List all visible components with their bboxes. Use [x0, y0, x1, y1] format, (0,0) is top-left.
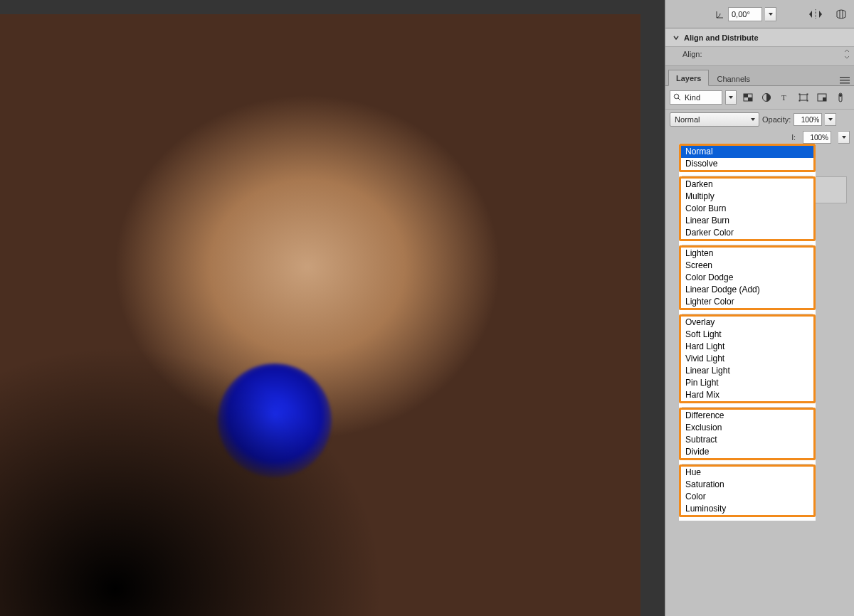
- blend-mode-option[interactable]: Divide: [681, 446, 813, 458]
- svg-line-7: [678, 98, 680, 100]
- blend-mode-option[interactable]: Hard Light: [681, 341, 813, 353]
- options-bar: 0,00°: [665, 0, 854, 28]
- svg-rect-15: [807, 94, 808, 95]
- svg-rect-3: [840, 77, 850, 78]
- document-image[interactable]: [0, 14, 640, 616]
- layer-filter-row: Kind T: [665, 86, 854, 110]
- svg-point-21: [839, 94, 842, 97]
- blend-mode-group: DifferenceExclusionSubtractDivide: [679, 408, 816, 460]
- rotation-angle-field[interactable]: 0,00°: [728, 7, 762, 21]
- blend-opacity-row: Normal Opacity: 100%: [665, 110, 854, 129]
- blend-mode-option[interactable]: Screen: [681, 260, 813, 272]
- blend-mode-value: Normal: [675, 115, 700, 124]
- options-bar-right-icons: [808, 7, 848, 21]
- blend-mode-group: HueSaturationColorLuminosity: [679, 464, 816, 517]
- blend-mode-option[interactable]: Pin Light: [681, 377, 813, 389]
- opacity-field[interactable]: 100%: [794, 113, 822, 126]
- blend-mode-option[interactable]: Dissolve: [681, 158, 813, 170]
- blend-mode-option[interactable]: Hue: [681, 467, 813, 479]
- chevron-down-icon: [750, 115, 756, 124]
- opacity-dropdown[interactable]: [825, 113, 836, 126]
- blend-mode-option[interactable]: Color: [681, 491, 813, 503]
- blend-mode-group: OverlaySoft LightHard LightVivid LightLi…: [679, 314, 816, 403]
- blend-mode-option[interactable]: Darker Color: [681, 227, 813, 239]
- opacity-value: 100%: [801, 116, 820, 124]
- panel-menu-icon[interactable]: [838, 73, 851, 85]
- svg-rect-14: [799, 94, 801, 95]
- svg-rect-13: [800, 95, 807, 100]
- align-distribute-body: Align:: [665, 47, 854, 66]
- svg-text:T: T: [781, 93, 786, 102]
- warp-reset-icon[interactable]: [834, 7, 848, 21]
- chevron-down-icon[interactable]: [844, 48, 850, 61]
- flip-horizontal-icon[interactable]: [808, 7, 823, 21]
- blend-mode-option[interactable]: Saturation: [681, 479, 813, 491]
- blend-mode-option[interactable]: Color Burn: [681, 203, 813, 215]
- search-icon: [673, 93, 682, 102]
- fill-field[interactable]: 100%: [803, 131, 831, 144]
- adjustment-layer-icon[interactable]: [761, 92, 772, 103]
- panel-tabs: Layers Channels: [665, 66, 854, 86]
- blend-mode-group: LightenScreenColor DodgeLinear Dodge (Ad…: [679, 245, 816, 310]
- canvas-area[interactable]: [0, 0, 665, 616]
- svg-rect-4: [840, 80, 850, 81]
- blend-mode-option[interactable]: Linear Dodge (Add): [681, 284, 813, 296]
- svg-rect-19: [823, 97, 826, 101]
- tab-layers[interactable]: Layers: [668, 70, 709, 86]
- layer-filter-icons: T: [742, 92, 846, 103]
- svg-rect-9: [744, 94, 748, 97]
- tab-layers-label: Layers: [676, 74, 701, 83]
- svg-rect-5: [840, 83, 850, 84]
- blend-mode-option[interactable]: Linear Light: [681, 365, 813, 377]
- blend-mode-option[interactable]: Linear Burn: [681, 215, 813, 227]
- layer-filter-kind-dropdown[interactable]: [725, 90, 737, 105]
- rotation-angle-dropdown[interactable]: [765, 7, 776, 21]
- svg-point-6: [674, 94, 678, 98]
- align-distribute-header[interactable]: Align and Distribute: [665, 28, 854, 47]
- blend-mode-group: DarkenMultiplyColor BurnLinear BurnDarke…: [679, 176, 816, 241]
- blend-mode-option[interactable]: Luminosity: [681, 503, 813, 515]
- blend-mode-option[interactable]: Lighten: [681, 248, 813, 260]
- blend-mode-group: NormalDissolve: [679, 144, 816, 172]
- align-label: Align:: [682, 50, 702, 58]
- rotation-angle-value: 0,00°: [732, 10, 750, 18]
- blend-mode-option[interactable]: Multiply: [681, 191, 813, 203]
- shape-layer-icon[interactable]: [798, 92, 809, 103]
- blend-mode-option[interactable]: Vivid Light: [681, 353, 813, 365]
- blend-mode-option[interactable]: Overlay: [681, 317, 813, 329]
- align-distribute-title: Align and Distribute: [684, 33, 759, 42]
- layer-filter-kind-select[interactable]: Kind: [670, 90, 722, 105]
- filter-toggle-icon[interactable]: [835, 92, 846, 103]
- chevron-down-icon: [673, 34, 680, 41]
- blend-mode-option[interactable]: Hard Mix: [681, 389, 813, 401]
- app-root: 0,00° Align and Distribute Align:: [0, 0, 854, 616]
- svg-rect-16: [799, 100, 801, 102]
- fill-label: l:: [792, 133, 796, 142]
- svg-rect-17: [807, 100, 808, 102]
- blend-mode-option[interactable]: Exclusion: [681, 422, 813, 434]
- blend-mode-select[interactable]: Normal: [670, 112, 759, 127]
- blend-mode-option[interactable]: Color Dodge: [681, 272, 813, 284]
- blend-mode-option[interactable]: Lighter Color: [681, 296, 813, 308]
- blend-mode-option[interactable]: Normal: [681, 146, 813, 158]
- tab-channels[interactable]: Channels: [709, 70, 757, 86]
- angle-icon: [715, 9, 725, 19]
- layer-filter-kind-label: Kind: [685, 93, 700, 102]
- blend-mode-option[interactable]: Difference: [681, 410, 813, 422]
- tab-channels-label: Channels: [717, 75, 749, 83]
- blend-mode-option[interactable]: Darken: [681, 179, 813, 191]
- pixel-layer-icon[interactable]: [742, 92, 754, 103]
- blend-mode-option[interactable]: Subtract: [681, 434, 813, 446]
- smart-object-icon[interactable]: [816, 92, 828, 103]
- fill-value: 100%: [810, 134, 828, 142]
- type-layer-icon[interactable]: T: [779, 92, 791, 103]
- fill-dropdown[interactable]: [838, 131, 850, 144]
- svg-rect-10: [748, 97, 752, 101]
- blend-mode-option[interactable]: Soft Light: [681, 329, 813, 341]
- blend-mode-dropdown-list[interactable]: NormalDissolveDarkenMultiplyColor BurnLi…: [679, 144, 816, 521]
- opacity-label: Opacity:: [762, 115, 791, 124]
